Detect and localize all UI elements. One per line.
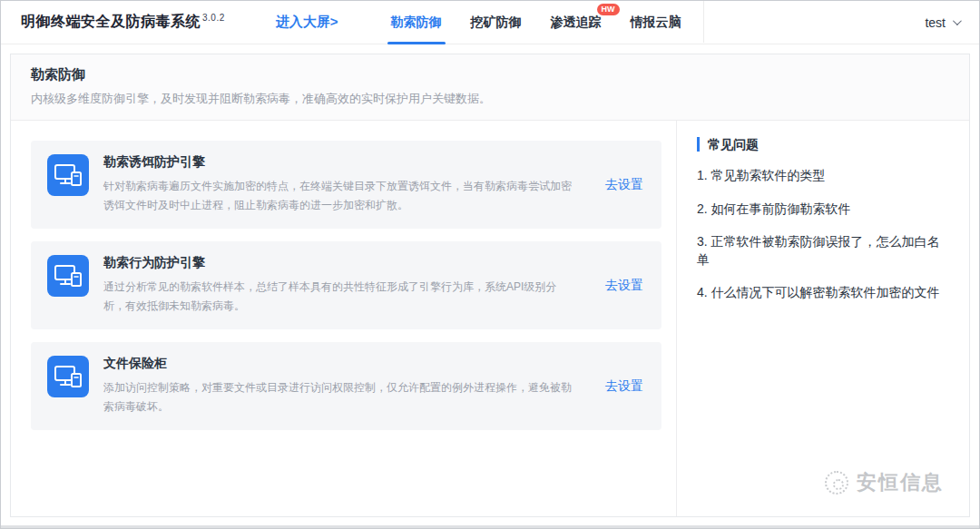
go-to-settings-link[interactable]: 去设置 [605, 177, 643, 193]
computer-shield-icon [47, 255, 89, 297]
tab-mining-defense[interactable]: 挖矿防御 [456, 1, 536, 44]
app-title: 明御终端安全及防病毒系统3.0.2 [21, 13, 225, 32]
user-name: test [925, 15, 946, 30]
computer-shield-icon [47, 356, 89, 397]
user-menu[interactable]: test [925, 15, 959, 30]
go-to-settings-link[interactable]: 去设置 [605, 378, 643, 395]
window-bottom-edge [1, 525, 979, 528]
tab-penetration-tracking[interactable]: 渗透追踪 HW [536, 1, 616, 44]
faq-item[interactable]: 1. 常见勒索软件的类型 [697, 167, 949, 185]
tab-label: 渗透追踪 [551, 15, 602, 29]
tab-ransomware-defense[interactable]: 勒索防御 [377, 1, 456, 44]
card-description: 针对勒索病毒遍历文件实施加密的特点，在终端关键目录下放置诱饵文件，当有勒索病毒尝… [103, 177, 574, 215]
page-title: 勒索防御 [31, 66, 949, 83]
card-content: 勒索行为防护引擎 通过分析常见的勒索软件样本，总结了样本具有的共性特征形成了引擎… [103, 255, 645, 316]
card-file-safe: 文件保险柜 添加访问控制策略，对重要文件或目录进行访问权限控制，仅允许配置的例外… [31, 342, 662, 430]
card-bait-protection-engine: 勒索诱饵防护引擎 针对勒索病毒遍历文件实施加密的特点，在终端关键目录下放置诱饵文… [31, 141, 662, 229]
page-header: 勒索防御 内核级多维度防御引擎，及时发现并阻断勒索病毒，准确高效的实时保护用户关… [11, 54, 969, 121]
card-content: 文件保险柜 添加访问控制策略，对重要文件或目录进行访问权限控制，仅允许配置的例外… [103, 356, 645, 416]
chevron-down-icon [953, 16, 962, 25]
enter-big-screen-link[interactable]: 进入大屏> [276, 14, 338, 31]
faq-item[interactable]: 4. 什么情况下可以解密勒索软件加密的文件 [697, 284, 949, 302]
page-subtitle: 内核级多维度防御引擎，及时发现并阻断勒索病毒，准确高效的实时保护用户关键数据。 [31, 91, 949, 107]
feature-card-list: 勒索诱饵防护引擎 针对勒索病毒遍历文件实施加密的特点，在终端关键目录下放置诱饵文… [11, 121, 676, 516]
nav-divider [703, 1, 704, 43]
main-nav: 勒索防御 挖矿防御 渗透追踪 HW 情报云脑 [377, 1, 704, 44]
faq-section: 常见问题 1. 常见勒索软件的类型 2. 如何在事前防御勒索软件 3. 正常软件… [677, 121, 969, 516]
card-description: 添加访问控制策略，对重要文件或目录进行访问权限控制，仅允许配置的例外进程操作，避… [103, 378, 574, 416]
card-description: 通过分析常见的勒索软件样本，总结了样本具有的共性特征形成了引擎行为库，系统API… [103, 278, 574, 316]
tab-label: 勒索防御 [391, 15, 442, 29]
app-title-text: 明御终端安全及防病毒系统 [21, 14, 201, 29]
go-to-settings-link[interactable]: 去设置 [605, 278, 643, 294]
tab-label: 挖矿防御 [471, 15, 522, 29]
faq-list: 1. 常见勒索软件的类型 2. 如何在事前防御勒索软件 3. 正常软件被勒索防御… [697, 167, 949, 302]
content-panel: 勒索防御 内核级多维度防御引擎，及时发现并阻断勒索病毒，准确高效的实时保护用户关… [10, 54, 970, 517]
top-bar: 明御终端安全及防病毒系统3.0.2 进入大屏> 勒索防御 挖矿防御 渗透追踪 H… [1, 1, 979, 44]
faq-item[interactable]: 3. 正常软件被勒索防御误报了，怎么加白名单 [697, 233, 949, 269]
card-content: 勒索诱饵防护引擎 针对勒索病毒遍历文件实施加密的特点，在终端关键目录下放置诱饵文… [103, 154, 645, 215]
faq-title: 常见问题 [697, 137, 949, 152]
tab-intelligence-cloud[interactable]: 情报云脑 [616, 1, 696, 44]
faq-item[interactable]: 2. 如何在事前防御勒索软件 [697, 201, 949, 219]
tab-label: 情报云脑 [631, 15, 681, 29]
card-title: 勒索诱饵防护引擎 [103, 154, 574, 171]
app-version: 3.0.2 [202, 13, 225, 23]
card-behavior-protection-engine: 勒索行为防护引擎 通过分析常见的勒索软件样本，总结了样本具有的共性特征形成了引擎… [31, 241, 662, 329]
computer-shield-icon [47, 154, 89, 196]
app-window: 明御终端安全及防病毒系统3.0.2 进入大屏> 勒索防御 挖矿防御 渗透追踪 H… [0, 0, 980, 529]
card-title: 文件保险柜 [103, 356, 574, 372]
panel-body: 勒索诱饵防护引擎 针对勒索病毒遍历文件实施加密的特点，在终端关键目录下放置诱饵文… [11, 121, 969, 516]
card-title: 勒索行为防护引擎 [103, 255, 574, 271]
